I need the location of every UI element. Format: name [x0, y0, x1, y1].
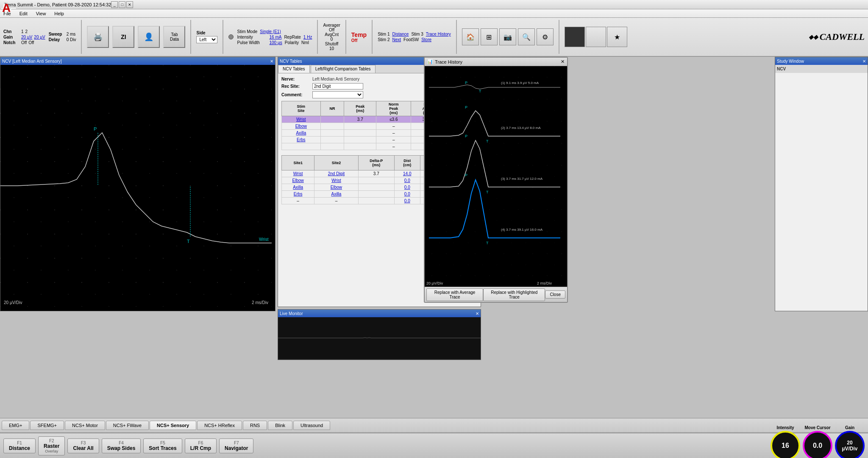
tab-lr-comparison[interactable]: Left/Right Comparison Tables [311, 65, 376, 73]
waveform-view-btn[interactable] [565, 27, 585, 47]
patient-icon-btn[interactable]: 👤 [138, 26, 160, 48]
rep-rate-label: RepRate [284, 35, 300, 39]
dist-4[interactable]: 0.0 [394, 191, 420, 198]
rec-site-input[interactable] [312, 83, 363, 89]
live-monitor-close-btn[interactable]: ✕ [476, 311, 479, 316]
stim-axilla[interactable]: Axilla [282, 130, 321, 137]
tab-ncs-motor[interactable]: NCS+ Motor [65, 421, 105, 430]
next-link[interactable]: Next [392, 37, 401, 42]
gain-knob[interactable]: 20µV/Div [835, 431, 865, 458]
bottom-tabs: EMG+ SFEMG+ NCS+ Motor NCS+ FWave NCS+ S… [0, 418, 868, 433]
print-icon-btn[interactable]: 🖨️ [87, 26, 109, 48]
side-select[interactable]: Left Right [196, 36, 217, 43]
menu-edit[interactable]: Edit [18, 10, 29, 17]
replace-highlighted-btn[interactable]: Replace with Highlighted Trace [483, 288, 545, 301]
dist-2[interactable]: 0.0 [394, 177, 420, 184]
col-norm-peak: NormPeak(ms) [376, 101, 411, 116]
stim1-label: Stim 1 [378, 32, 389, 36]
study-window-close-btn[interactable]: ✕ [862, 59, 866, 64]
tab-emg[interactable]: EMG+ [2, 421, 29, 430]
tab-ncs-hreflex[interactable]: NCS+ HReflex [197, 421, 242, 430]
waveform-close-btn[interactable]: ✕ [270, 59, 273, 64]
site1-erbs[interactable]: Erbs [282, 191, 314, 198]
site2-axilla[interactable]: Axilla [314, 191, 358, 198]
svg-rect-6 [0, 65, 272, 307]
f1-btn[interactable]: F1 Distance [3, 438, 36, 453]
comment-select[interactable] [312, 91, 363, 98]
home-icon-btn[interactable]: 🏠 [462, 28, 479, 45]
stim-mode-value[interactable]: Single (E1) [260, 29, 281, 34]
gain1-value[interactable]: 20 µV [21, 35, 32, 39]
trace-history-close-btn[interactable]: ✕ [561, 59, 565, 64]
store-link[interactable]: Store [421, 37, 431, 42]
sweep-value: 2 ms [67, 32, 76, 36]
move-cursor-knob[interactable]: 0.0 [803, 431, 832, 458]
site1-elbow[interactable]: Elbow [282, 177, 314, 184]
tab-ncs-fwave[interactable]: NCS+ FWave [106, 421, 149, 430]
trace-history-link[interactable]: Trace History [426, 32, 451, 36]
tab-data-icon-btn[interactable]: TabData [163, 26, 185, 48]
minimize-button[interactable]: _ [111, 1, 118, 8]
right-icons: 🏠 ⊞ 📷 🔍 ⚙ [462, 28, 554, 45]
site2-elbow[interactable]: Elbow [314, 184, 358, 191]
f2-btn[interactable]: F2 Raster Overlay [38, 436, 65, 455]
grid-icon-btn[interactable]: ⊞ [481, 28, 498, 45]
tab-ncs-sensory[interactable]: NCS+ Sensory [150, 421, 196, 430]
tab-rns[interactable]: RNS [243, 421, 267, 430]
close-trace-history-btn[interactable]: Close [545, 290, 565, 299]
norm-peak-wrist: ≤3.6 [376, 116, 411, 123]
avg-cnt-label: AvgCnt [325, 32, 339, 37]
f3-btn[interactable]: F3 Clear All [67, 438, 99, 453]
dist-3[interactable]: 0.0 [394, 184, 420, 191]
delta-p-1: 3.7 [358, 170, 394, 177]
f6-btn[interactable]: F6 L/R Cmp [185, 438, 217, 453]
f6-name: L/R Cmp [190, 445, 211, 451]
rep-rate-value[interactable]: 1 Hz [303, 35, 312, 39]
menu-view[interactable]: View [34, 10, 48, 17]
stim-elbow[interactable]: Elbow [282, 123, 321, 130]
intensity-knob[interactable]: 16 [771, 431, 800, 458]
settings-icon-btn[interactable]: ⚙ [537, 28, 554, 45]
svg-text:P: P [465, 173, 467, 177]
maximize-button[interactable]: □ [119, 1, 125, 8]
f7-name: Navigator [225, 445, 248, 451]
color-view-btn[interactable]: A [586, 27, 606, 47]
f4-btn[interactable]: F4 Swap Sides [102, 438, 141, 453]
search-icon-btn[interactable]: 🔍 [518, 28, 535, 45]
camera-icon-btn[interactable]: 📷 [499, 28, 516, 45]
delta-p-3 [358, 184, 394, 191]
zi-icon-btn[interactable]: ZI [112, 26, 134, 48]
stim-wrist[interactable]: Wrist [282, 116, 321, 123]
distance-link[interactable]: Distance [392, 32, 409, 36]
svg-text:(4) 3.7 ms 39.1 µV 16.0 mA: (4) 3.7 ms 39.1 µV 16.0 mA [501, 228, 543, 232]
fkey-bar: F1 Distance F2 Raster Overlay F3 Clear A… [0, 433, 868, 458]
site2-wrist[interactable]: Wrist [314, 177, 358, 184]
gain2-value[interactable]: 20 µV [34, 35, 45, 39]
live-monitor-title: Live Monitor ✕ [278, 310, 481, 317]
move-cursor-label: Move Cursor [804, 425, 830, 430]
close-button[interactable]: ✕ [126, 1, 133, 8]
waveform-title-text: NCV [Left Median Anti Sensory] [2, 59, 62, 64]
svg-text:P: P [465, 134, 467, 138]
tab-blink[interactable]: Blink [268, 421, 292, 430]
side-label: Side [196, 31, 205, 35]
intensity-value[interactable]: 16 mA [269, 35, 281, 39]
dist-1[interactable]: 14.0 [394, 170, 420, 177]
pulse-width-value[interactable]: 100 µs [269, 40, 282, 45]
site1-axilla[interactable]: Axilla [282, 184, 314, 191]
tab-sfemg[interactable]: SFEMG+ [30, 421, 64, 430]
site2-2nddigit[interactable]: 2nd Digit [314, 170, 358, 177]
tab-ncv-tables[interactable]: NCV Tables [278, 65, 310, 73]
tab-ultrasound[interactable]: Ultrasound [293, 421, 330, 430]
f7-btn[interactable]: F7 Navigator [219, 438, 253, 453]
trace-history-canvas: P T (2) 3.7 ms 13.4 µV 8.0 mA P T (3) 3.… [425, 66, 567, 287]
site1-wrist[interactable]: Wrist [282, 170, 314, 177]
dist-5[interactable]: 0.0 [394, 198, 420, 204]
star-view-btn[interactable]: ★ [607, 27, 627, 47]
menu-help[interactable]: Help [53, 10, 66, 17]
replace-average-btn[interactable]: Replace with Average Trace [426, 288, 483, 301]
comment-label: Comment: [281, 92, 309, 97]
stim-erbs[interactable]: Erbs [282, 137, 321, 143]
temp-label: Temp [351, 31, 367, 38]
f5-btn[interactable]: F5 Sort Traces [143, 438, 182, 453]
